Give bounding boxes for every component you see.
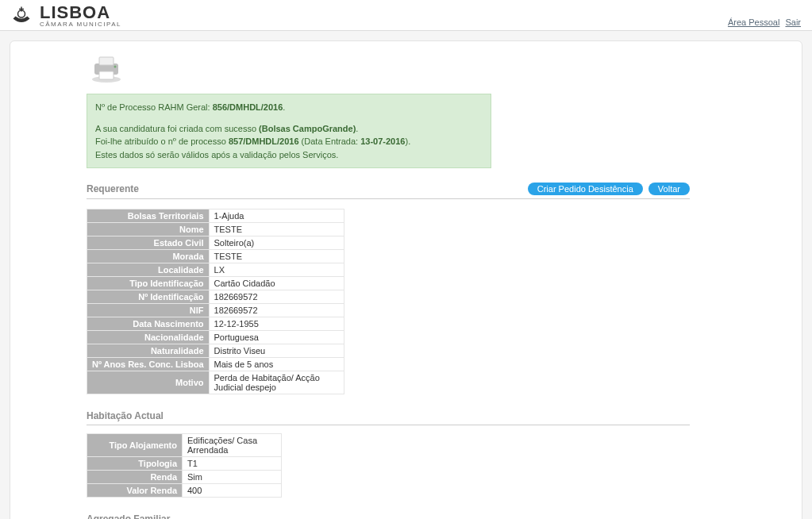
link-area-pessoal[interactable]: Área Pessoal <box>728 17 779 27</box>
hab-label: Tipo Alojamento <box>87 434 183 457</box>
section-requerente-head: Requerente Criar Pedido Desistência Volt… <box>87 183 690 199</box>
logo-city: LISBOA <box>40 4 121 21</box>
svg-rect-6 <box>99 71 114 79</box>
logo-subtitle: CÂMARA MUNICIPAL <box>40 21 121 28</box>
habitacao-table: Tipo AlojamentoEdificações/ Casa Arrenda… <box>87 433 282 498</box>
hab-value: 400 <box>183 484 282 498</box>
page-container: Nº de Processo RAHM Geral: 856/DMHDL/201… <box>10 40 802 519</box>
req-label: Morada <box>87 250 210 263</box>
success-alert: Nº de Processo RAHM Geral: 856/DMHDL/201… <box>87 94 491 168</box>
req-value: Mais de 5 anos <box>209 358 344 371</box>
req-label: Naturalidade <box>87 344 210 358</box>
top-links: Área Pessoal Sair <box>725 17 801 27</box>
req-value: Perda de Habitação/ Acção Judicial despe… <box>209 371 344 394</box>
alert-line3-a: Foi-lhe atribuído o nº de processo <box>95 136 229 146</box>
link-sair[interactable]: Sair <box>785 17 801 27</box>
hab-label: Renda <box>87 471 183 484</box>
req-label: Nº Identificação <box>87 290 210 304</box>
desistencia-button[interactable]: Criar Pedido Desistência <box>528 183 643 195</box>
lisboa-crest-icon <box>10 3 33 29</box>
section-habitacao-title: Habitação Actual <box>87 410 690 425</box>
voltar-button[interactable]: Voltar <box>648 183 690 195</box>
alert-line4: Estes dados só serão válidos após a vali… <box>95 148 483 162</box>
req-label: Nacionalidade <box>87 331 210 344</box>
req-value: 182669572 <box>209 304 344 317</box>
req-label: Nome <box>87 223 210 236</box>
print-icon[interactable] <box>87 54 690 86</box>
hab-label: Tipologia <box>87 457 183 471</box>
req-label: Nº Anos Res. Conc. Lisboa <box>87 358 210 371</box>
header-bar: LISBOA CÂMARA MUNICIPAL Área Pessoal Sai… <box>0 0 812 31</box>
section-requerente-title: Requerente <box>87 183 139 194</box>
req-value: TESTE <box>209 223 344 236</box>
hab-value: Sim <box>183 471 282 484</box>
hab-label: Valor Renda <box>87 484 183 498</box>
svg-rect-5 <box>99 57 114 65</box>
req-label: Data Nascimento <box>87 317 210 331</box>
alert-bolsas: (Bolsas CampoGrande) <box>259 124 356 133</box>
req-value: 12-12-1955 <box>209 317 344 331</box>
req-label: Bolsas Territoriais <box>87 210 210 223</box>
req-value: TESTE <box>209 250 344 263</box>
req-value: Distrito Viseu <box>209 344 344 358</box>
hab-value: Edificações/ Casa Arrendada <box>183 434 282 457</box>
req-value: 182669572 <box>209 290 344 304</box>
alert-entry-date: 13-07-2016 <box>360 136 405 146</box>
alert-line2-a: A sua candidatura foi criada com sucesso <box>95 124 259 133</box>
hab-value: T1 <box>183 457 282 471</box>
req-value: LX <box>209 263 344 277</box>
req-value: Portuguesa <box>209 331 344 344</box>
req-label: Tipo Identificação <box>87 277 210 290</box>
requerente-table: Bolsas Territoriais1-AjudaNomeTESTEEstad… <box>87 209 344 394</box>
svg-point-7 <box>114 66 117 68</box>
req-value: Solteiro(a) <box>209 236 344 250</box>
logo: LISBOA CÂMARA MUNICIPAL <box>10 3 802 29</box>
alert-line1-a: Nº de Processo RAHM Geral: <box>95 102 213 112</box>
req-value: Cartão Cidadão <box>209 277 344 290</box>
req-label: Motivo <box>87 371 210 394</box>
req-value: 1-Ajuda <box>209 210 344 223</box>
req-label: Localidade <box>87 263 210 277</box>
section-agregado-title: Agregado Familiar <box>87 513 690 519</box>
alert-process-num: 857/DMHDL/2016 <box>229 136 299 146</box>
req-label: Estado Civil <box>87 236 210 250</box>
req-label: NIF <box>87 304 210 317</box>
alert-process-general: 856/DMHDL/2016 <box>213 102 283 112</box>
